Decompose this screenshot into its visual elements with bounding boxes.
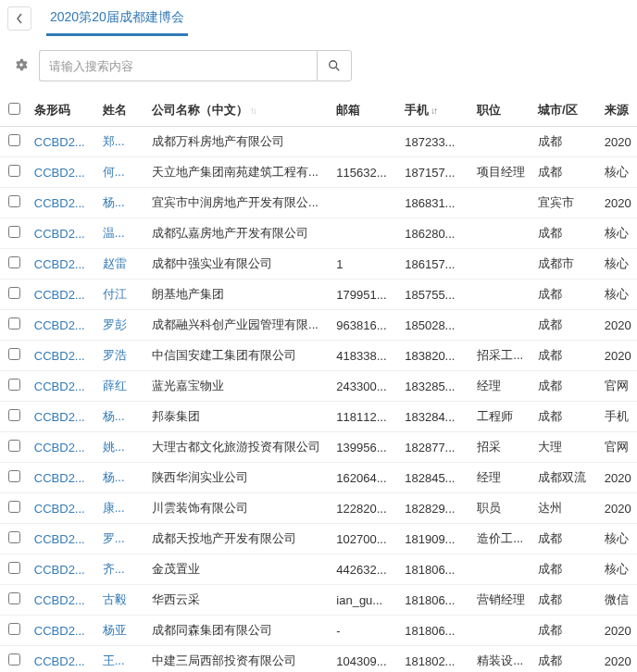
table-row[interactable]: CCBD2...杨...宜宾市中润房地产开发有限公...186831...宜宾市… — [0, 188, 637, 218]
cell-position: 经理 — [471, 463, 532, 493]
table-row[interactable]: CCBD2...付江朗基地产集团179951...185755...成都核心 — [0, 280, 637, 310]
table-row[interactable]: CCBD2...赵雷成都中强实业有限公司1186157...成都市核心 — [0, 249, 637, 280]
table-row[interactable]: CCBD2...罗...成都天投地产开发有限公司102700...181909.… — [0, 524, 637, 554]
row-checkbox[interactable] — [8, 348, 20, 360]
cell-barcode[interactable]: CCBD2... — [29, 524, 97, 554]
table-row[interactable]: CCBD2...罗彭成都融兴科创产业园管理有限...963816...18502… — [0, 310, 637, 341]
cell-email: 115632... — [331, 157, 399, 188]
cell-phone: 187157... — [399, 157, 471, 188]
table-row[interactable]: CCBD2...齐...金茂置业442632...181806...成都核心 — [0, 554, 637, 585]
cell-barcode[interactable]: CCBD2... — [29, 493, 97, 524]
cell-name[interactable]: 郑... — [97, 127, 146, 157]
table-row[interactable]: CCBD2...康...川雲装饰有限公司122820...182829...职员… — [0, 493, 637, 524]
table-row[interactable]: CCBD2...薛红蓝光嘉宝物业243300...183285...经理成都官网 — [0, 371, 637, 402]
cell-name[interactable]: 杨... — [97, 402, 146, 432]
row-checkbox[interactable] — [8, 470, 20, 482]
cell-barcode[interactable]: CCBD2... — [29, 280, 97, 310]
cell-source: 2020 — [599, 188, 637, 218]
row-checkbox[interactable] — [8, 256, 20, 268]
cell-phone: 182829... — [399, 493, 471, 524]
cell-barcode[interactable]: CCBD2... — [29, 218, 97, 249]
cell-barcode[interactable]: CCBD2... — [29, 249, 97, 280]
table-row[interactable]: CCBD2...罗浩中信国安建工集团有限公司418338...183820...… — [0, 341, 637, 371]
table-row[interactable]: CCBD2...姚...大理古都文化旅游投资有限公司139956...18287… — [0, 432, 637, 463]
cell-name[interactable]: 古毅 — [97, 585, 146, 616]
cell-name[interactable]: 薛红 — [97, 371, 146, 402]
col-source[interactable]: 来源 — [599, 94, 637, 127]
row-checkbox[interactable] — [8, 226, 20, 238]
table-row[interactable]: CCBD2...古毅华西云采ian_gu...181806...营销经理成都微信 — [0, 585, 637, 616]
col-phone[interactable]: 手机↓↑ — [399, 94, 471, 127]
row-checkbox[interactable] — [8, 623, 20, 635]
cell-barcode[interactable]: CCBD2... — [29, 616, 97, 646]
cell-name[interactable]: 何... — [97, 157, 146, 188]
cell-email: 179951... — [331, 280, 399, 310]
row-checkbox[interactable] — [8, 165, 20, 177]
cell-barcode[interactable]: CCBD2... — [29, 463, 97, 493]
cell-name[interactable]: 齐... — [97, 554, 146, 585]
table-row[interactable]: CCBD2...杨...陕西华润实业公司162064...182845...经理… — [0, 463, 637, 493]
row-checkbox[interactable] — [8, 379, 20, 391]
col-city[interactable]: 城市/区 — [532, 94, 599, 127]
row-checkbox[interactable] — [8, 653, 20, 666]
row-checkbox[interactable] — [8, 287, 20, 299]
col-company[interactable]: 公司名称（中文）↑↓ — [146, 94, 331, 127]
table-row[interactable]: CCBD2...温...成都弘嘉房地产开发有限公司186280...成都核心 — [0, 218, 637, 249]
cell-company: 宜宾市中润房地产开发有限公... — [146, 188, 331, 218]
select-all-checkbox[interactable] — [8, 103, 20, 115]
cell-barcode[interactable]: CCBD2... — [29, 310, 97, 341]
back-button[interactable] — [7, 6, 31, 31]
cell-name[interactable]: 杨... — [97, 188, 146, 218]
row-checkbox[interactable] — [8, 592, 20, 604]
cell-barcode[interactable]: CCBD2... — [29, 646, 97, 673]
col-barcode[interactable]: 条形码 — [29, 94, 97, 127]
cell-company: 陕西华润实业公司 — [146, 463, 331, 493]
cell-city: 成都 — [532, 371, 599, 402]
col-position[interactable]: 职位 — [471, 94, 532, 127]
cell-barcode[interactable]: CCBD2... — [29, 585, 97, 616]
row-checkbox[interactable] — [8, 531, 20, 543]
tab-exhibition[interactable]: 2020第20届成都建博会 — [46, 2, 188, 36]
table-row[interactable]: CCBD2...杨亚成都同森集团有限公司-181806...成都2020 — [0, 616, 637, 646]
cell-name[interactable]: 付江 — [97, 280, 146, 310]
cell-name[interactable]: 罗... — [97, 524, 146, 554]
table-row[interactable]: CCBD2...何...天立地产集团南苑建筑工程有...115632...187… — [0, 157, 637, 188]
row-checkbox[interactable] — [8, 134, 20, 146]
cell-name[interactable]: 康... — [97, 493, 146, 524]
col-name[interactable]: 姓名 — [97, 94, 146, 127]
cell-barcode[interactable]: CCBD2... — [29, 188, 97, 218]
cell-name[interactable]: 罗浩 — [97, 341, 146, 371]
cell-barcode[interactable]: CCBD2... — [29, 127, 97, 157]
cell-name[interactable]: 温... — [97, 218, 146, 249]
row-checkbox[interactable] — [8, 195, 20, 207]
table-row[interactable]: CCBD2...杨...邦泰集团118112...183284...工程师成都手… — [0, 402, 637, 432]
cell-barcode[interactable]: CCBD2... — [29, 432, 97, 463]
cell-position — [471, 310, 532, 341]
col-email[interactable]: 邮箱 — [331, 94, 399, 127]
cell-company: 天立地产集团南苑建筑工程有... — [146, 157, 331, 188]
cell-name[interactable]: 罗彭 — [97, 310, 146, 341]
row-checkbox[interactable] — [8, 501, 20, 513]
gear-icon[interactable] — [15, 58, 28, 74]
row-checkbox[interactable] — [8, 440, 20, 452]
row-checkbox[interactable] — [8, 317, 20, 330]
cell-barcode[interactable]: CCBD2... — [29, 341, 97, 371]
cell-barcode[interactable]: CCBD2... — [29, 157, 97, 188]
cell-phone: 185028... — [399, 310, 471, 341]
table-row[interactable]: CCBD2...王...中建三局西部投资有限公司104309...181802.… — [0, 646, 637, 673]
cell-name[interactable]: 姚... — [97, 432, 146, 463]
cell-name[interactable]: 杨亚 — [97, 616, 146, 646]
search-input[interactable] — [39, 50, 317, 81]
cell-name[interactable]: 赵雷 — [97, 249, 146, 280]
search-button[interactable] — [317, 50, 352, 81]
cell-barcode[interactable]: CCBD2... — [29, 402, 97, 432]
cell-name[interactable]: 王... — [97, 646, 146, 673]
table-row[interactable]: CCBD2...郑...成都万科房地产有限公司187233...成都2020 — [0, 127, 637, 157]
row-checkbox[interactable] — [8, 562, 20, 574]
cell-name[interactable]: 杨... — [97, 463, 146, 493]
cell-city: 宜宾市 — [532, 188, 599, 218]
col-company-label: 公司名称（中文） — [152, 103, 248, 117]
cell-barcode[interactable]: CCBD2... — [29, 371, 97, 402]
row-checkbox[interactable] — [8, 409, 20, 421]
cell-barcode[interactable]: CCBD2... — [29, 554, 97, 585]
